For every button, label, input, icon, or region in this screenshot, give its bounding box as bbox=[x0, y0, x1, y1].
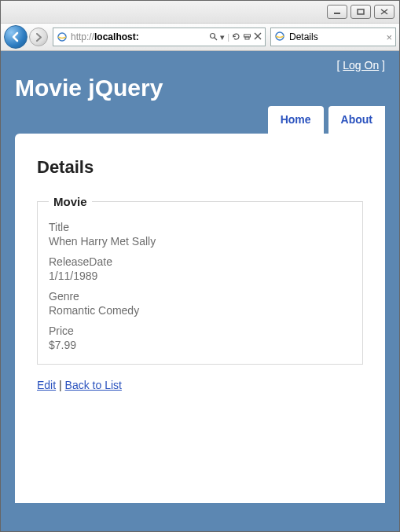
logon-row: [ Log On ] bbox=[15, 59, 385, 72]
svg-point-5 bbox=[211, 33, 215, 38]
browser-window: http://localhost: ▾ | Details × [ Log On… bbox=[0, 0, 400, 532]
page-heading: Details bbox=[37, 157, 363, 178]
browser-nav-toolbar: http://localhost: ▾ | Details × bbox=[1, 23, 399, 51]
arrow-left-icon bbox=[10, 31, 21, 42]
minimize-button[interactable] bbox=[327, 5, 347, 19]
label-title: Title bbox=[49, 221, 351, 233]
label-price: Price bbox=[49, 325, 351, 337]
value-price: $7.99 bbox=[49, 339, 351, 351]
compat-icon[interactable] bbox=[243, 32, 251, 42]
close-icon bbox=[380, 9, 388, 15]
browser-tab[interactable]: Details × bbox=[270, 28, 396, 46]
label-genre: Genre bbox=[49, 290, 351, 303]
value-release-date: 1/11/1989 bbox=[49, 270, 351, 282]
content-card: Details Movie Title When Harry Met Sally… bbox=[15, 134, 385, 503]
nav-tabs: Home About bbox=[15, 106, 385, 134]
value-genre: Romantic Comedy bbox=[49, 304, 351, 317]
ie-page-icon bbox=[274, 31, 285, 44]
app-title: Movie jQuery bbox=[15, 75, 385, 101]
maximize-icon bbox=[357, 9, 365, 15]
minimize-icon bbox=[333, 9, 341, 15]
forward-button[interactable] bbox=[29, 28, 48, 46]
arrow-right-icon bbox=[35, 33, 43, 42]
svg-line-6 bbox=[215, 38, 217, 40]
action-row: Edit | Back to List bbox=[37, 379, 363, 391]
search-icon[interactable] bbox=[209, 32, 218, 42]
logon-link[interactable]: Log On bbox=[343, 59, 379, 72]
action-separator: | bbox=[56, 379, 64, 391]
svg-rect-8 bbox=[245, 37, 249, 39]
back-to-list-link[interactable]: Back to List bbox=[65, 379, 122, 391]
url-text: http://localhost: bbox=[71, 31, 206, 42]
tab-about[interactable]: About bbox=[328, 106, 385, 134]
page-viewport: [ Log On ] Movie jQuery Home About Detai… bbox=[1, 51, 399, 531]
refresh-icon[interactable] bbox=[232, 32, 240, 42]
window-titlebar bbox=[1, 1, 399, 23]
value-title: When Harry Met Sally bbox=[49, 235, 351, 248]
tab-close-icon[interactable]: × bbox=[386, 31, 392, 43]
svg-rect-1 bbox=[358, 9, 364, 14]
label-release-date: ReleaseDate bbox=[49, 255, 351, 268]
tab-title: Details bbox=[289, 31, 318, 42]
address-bar[interactable]: http://localhost: ▾ | bbox=[53, 28, 266, 46]
close-window-button[interactable] bbox=[374, 5, 394, 19]
movie-fieldset: Movie Title When Harry Met Sally Release… bbox=[37, 195, 363, 365]
dropdown-icon[interactable]: ▾ bbox=[220, 32, 225, 42]
stop-icon[interactable] bbox=[254, 32, 262, 42]
tab-home[interactable]: Home bbox=[268, 106, 324, 134]
maximize-button[interactable] bbox=[350, 5, 371, 19]
ie-page-icon bbox=[57, 31, 68, 42]
fieldset-legend: Movie bbox=[49, 195, 92, 208]
edit-link[interactable]: Edit bbox=[37, 379, 56, 391]
back-button[interactable] bbox=[4, 25, 28, 49]
address-tools: ▾ | bbox=[209, 32, 262, 42]
